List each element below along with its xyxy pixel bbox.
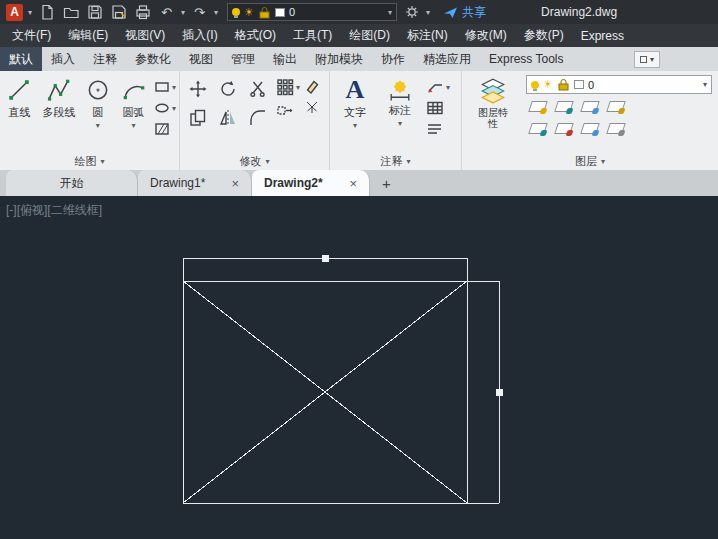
ribbon-tab[interactable]: 视图: [180, 47, 222, 71]
line-tool[interactable]: 直线: [3, 71, 36, 153]
panel-label-draw[interactable]: 绘图▾: [0, 153, 179, 170]
file-tab-label: Drawing1*: [150, 176, 205, 190]
layer-walk-icon[interactable]: [580, 123, 600, 134]
fillet-tool[interactable]: [248, 108, 268, 132]
layer-properties-button[interactable]: 图层特性: [468, 71, 518, 153]
menu-item[interactable]: 工具(T): [293, 27, 332, 44]
panel-label-layers[interactable]: 图层▾: [462, 153, 718, 170]
file-tab-strip: 开始Drawing1*×Drawing2*×: [6, 170, 370, 196]
close-tab-icon[interactable]: ×: [231, 176, 239, 191]
close-tab-icon[interactable]: ×: [349, 176, 357, 191]
menu-item[interactable]: 格式(O): [235, 27, 276, 44]
redo-button[interactable]: ↷: [190, 3, 209, 22]
ribbon-layer-combo[interactable]: ☀ 0 ▾: [526, 75, 712, 94]
menu-item[interactable]: 参数(P): [524, 27, 564, 44]
panel-label-modify[interactable]: 修改▾: [180, 153, 329, 170]
new-drawing-button[interactable]: +: [382, 175, 391, 192]
layer-state-icon[interactable]: [606, 123, 626, 134]
layer-isolate-icon[interactable]: [554, 101, 574, 112]
plot-button[interactable]: [133, 3, 152, 22]
menu-item[interactable]: 修改(M): [465, 27, 507, 44]
arc-tool[interactable]: 圆弧 ▾: [116, 71, 151, 153]
save-as-button[interactable]: [109, 3, 128, 22]
menu-item[interactable]: 视图(V): [125, 27, 165, 44]
text-tool[interactable]: A 文字 ▾: [336, 71, 374, 153]
explode-icon: [304, 99, 320, 115]
gear-icon: [404, 4, 420, 20]
ribbon-tab[interactable]: 管理: [222, 47, 264, 71]
dimension-caret-icon[interactable]: ▾: [398, 119, 402, 128]
undo-caret-icon[interactable]: ▾: [181, 8, 185, 17]
stretch-tool[interactable]: [276, 101, 300, 119]
grip-handle[interactable]: [496, 389, 503, 396]
menu-item[interactable]: Express: [581, 29, 624, 43]
ribbon-tab[interactable]: 协作: [372, 47, 414, 71]
file-tab[interactable]: 开始: [6, 170, 138, 196]
share-button[interactable]: 共享: [443, 4, 486, 21]
ribbon-tab[interactable]: 默认: [0, 47, 42, 71]
trim-tool[interactable]: [248, 79, 268, 103]
ribbon-tab[interactable]: 注释: [84, 47, 126, 71]
ribbon-tab[interactable]: 附加模块: [306, 47, 372, 71]
ribbon-tab[interactable]: 插入: [42, 47, 84, 71]
layers-panel-caret-icon: ▾: [601, 157, 605, 166]
panel-modify: ▾ 修改▾: [180, 71, 330, 170]
mtext-lines-tool[interactable]: [426, 121, 450, 137]
ribbon-options-button[interactable]: ▾: [634, 51, 660, 68]
menu-item[interactable]: 插入(I): [182, 27, 217, 44]
hatch-tool[interactable]: [154, 121, 176, 137]
circle-caret-icon[interactable]: ▾: [96, 121, 100, 130]
move-icon: [188, 79, 208, 99]
explode-tool[interactable]: [304, 99, 320, 115]
array-tool[interactable]: ▾: [276, 78, 300, 96]
menu-item[interactable]: 标注(N): [407, 27, 448, 44]
arc-label: 圆弧: [123, 105, 145, 120]
qat-layer-combo[interactable]: ☀ 0 ▾: [227, 3, 397, 21]
layer-freeze-icon[interactable]: [580, 101, 600, 112]
polyline-tool[interactable]: 多段线: [39, 71, 80, 153]
ribbon-tab[interactable]: 精选应用: [414, 47, 480, 71]
redo-caret-icon[interactable]: ▾: [214, 8, 218, 17]
ribbon-layer-caret-icon[interactable]: ▾: [703, 80, 707, 89]
erase-tool[interactable]: [304, 78, 320, 94]
layer-lock-icon[interactable]: [606, 101, 626, 112]
printer-icon: [135, 4, 151, 20]
dimension-icon: [389, 77, 411, 101]
grip-handle[interactable]: [322, 255, 329, 262]
open-folder-icon: [63, 4, 79, 20]
mirror-tool[interactable]: [218, 108, 238, 132]
autocad-logo[interactable]: A: [6, 4, 23, 21]
text-caret-icon[interactable]: ▾: [353, 121, 357, 130]
customize-caret-icon[interactable]: ▾: [426, 8, 430, 17]
qat-layer-caret-icon[interactable]: ▾: [388, 8, 392, 17]
customize-button[interactable]: [402, 3, 421, 22]
rectangle-tool[interactable]: ▾: [154, 79, 176, 95]
arc-caret-icon[interactable]: ▾: [132, 121, 136, 130]
ribbon-tab[interactable]: 参数化: [126, 47, 180, 71]
menu-item[interactable]: 文件(F): [12, 27, 51, 44]
viewport[interactable]: [-][俯视][二维线框]: [0, 196, 718, 539]
layer-previous-icon[interactable]: [554, 123, 574, 134]
file-tab[interactable]: Drawing2*×: [252, 170, 370, 196]
copy-tool[interactable]: [188, 108, 208, 132]
dimension-tool[interactable]: 标注 ▾: [380, 71, 420, 153]
app-menu-caret-icon[interactable]: ▾: [28, 8, 32, 17]
ribbon-tab[interactable]: Express Tools: [480, 47, 572, 71]
panel-label-annotate[interactable]: 注释▾: [330, 153, 461, 170]
circle-tool[interactable]: 圆 ▾: [82, 71, 113, 153]
leader-tool[interactable]: ▾: [426, 79, 450, 95]
layer-match-icon[interactable]: [528, 123, 548, 134]
menu-item[interactable]: 绘图(D): [349, 27, 390, 44]
new-file-button[interactable]: [37, 3, 56, 22]
table-tool[interactable]: [426, 100, 450, 116]
open-button[interactable]: [61, 3, 80, 22]
ellipse-tool[interactable]: ▾: [154, 100, 176, 116]
file-tab[interactable]: Drawing1*×: [138, 170, 252, 196]
undo-button[interactable]: ↶: [157, 3, 176, 22]
move-tool[interactable]: [188, 79, 208, 103]
save-button[interactable]: [85, 3, 104, 22]
rotate-tool[interactable]: [218, 79, 238, 103]
ribbon-tab[interactable]: 输出: [264, 47, 306, 71]
layer-off-icon[interactable]: [528, 101, 548, 112]
menu-item[interactable]: 编辑(E): [68, 27, 108, 44]
